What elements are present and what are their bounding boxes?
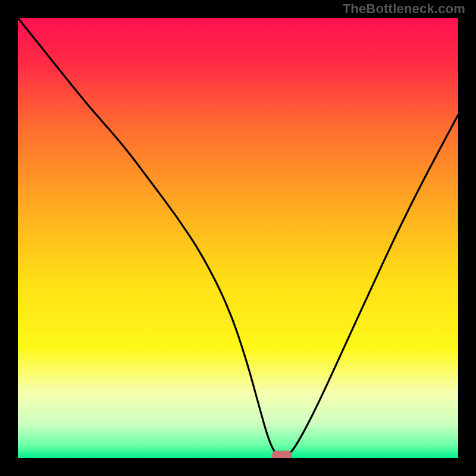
watermark-text: TheBottleneck.com [343, 1, 465, 17]
chart-frame: TheBottleneck.com [0, 0, 476, 476]
minimum-marker [273, 451, 292, 458]
plot-area [18, 18, 458, 458]
plot-svg [18, 18, 458, 458]
gradient-background [18, 18, 458, 458]
